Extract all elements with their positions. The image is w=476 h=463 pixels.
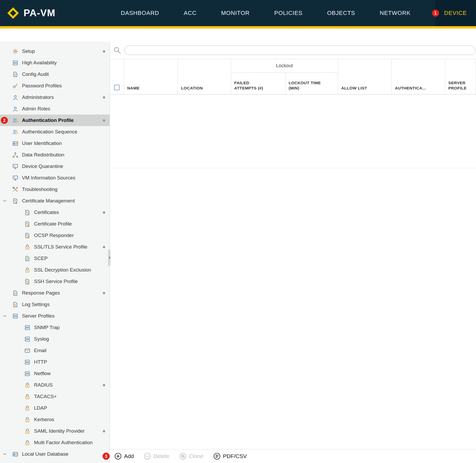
column-label: NAME [127,86,139,91]
status-dot [103,211,105,214]
sidebar-item-ssl-decryption-exclusion[interactable]: SSL Decryption Exclusion [0,264,110,276]
nav-item-network[interactable]: NETWORK [380,0,411,26]
sidebar-item-label: Certificate Profile [34,221,72,227]
sidebar-item-vm-information-sources[interactable]: VM Information Sources [0,172,110,184]
nav-item-objects[interactable]: OBJECTS [327,0,355,26]
sidebar-item-email[interactable]: Email [0,345,110,356]
sidebar-item-label: Server Profiles [22,313,55,319]
export-document-icon [213,453,221,460]
lock-icon [24,393,31,400]
sidebar-item-label: SCEP [34,256,48,261]
sidebar-item-multi-factor-authentication[interactable]: Multi Factor Authentication [0,437,110,448]
sidebar-item-syslog[interactable]: Syslog [0,333,110,345]
sidebar-item-ssh-service-profile[interactable]: SSH Service Profile [0,276,110,287]
sidebar-item-scep[interactable]: SCEP [0,253,110,264]
sidebar-item-authentication-sequence[interactable]: Authentication Sequence [0,126,110,138]
chevron-down-icon[interactable] [2,451,7,457]
id-card-icon [12,451,19,458]
sidebar-item-label: Certificates [34,210,59,215]
sidebar-item-saml-identity-provider[interactable]: SAML Identity Provider [0,425,110,437]
chevron-down-icon[interactable] [2,313,7,319]
nav-item-dashboard[interactable]: DASHBOARD [121,0,159,26]
sidebar-item-label: Local User Database [22,451,68,457]
sidebar-item-admin-roles[interactable]: Admin Roles [0,103,110,115]
accent-bar [0,26,476,29]
sidebar-item-administrators[interactable]: Administrators [0,92,110,103]
sidebar-item-setup[interactable]: Setup [0,46,110,57]
server-icon [24,336,31,342]
sidebar-item-local-user-database[interactable]: Local User Database [0,448,110,460]
sidebar-item-kerberos[interactable]: Kerberos [0,414,110,425]
sidebar-item-label: Data Redistribution [22,152,64,158]
add-button[interactable]: Add [114,453,134,460]
sidebar-item-http[interactable]: HTTP [0,356,110,368]
sidebar-item-snmp-trap[interactable]: SNMP Trap [0,322,110,333]
network-icon [12,152,19,158]
clone-button[interactable]: Clone [179,453,203,460]
column-header-authentication[interactable]: AUTHENTICA... [392,59,445,94]
server-icon [24,370,31,377]
annotation-badge-1: 1 [432,10,439,17]
sidebar-item-certificates[interactable]: Certificates [0,207,110,218]
sidebar-item-authentication-profile[interactable]: Authentication Profile2 [0,115,110,126]
status-dot [103,246,105,248]
sidebar-item-certificate-management[interactable]: Certificate Management [0,195,110,207]
sidebar-item-response-pages[interactable]: Response Pages [0,287,110,299]
sidebar-item-label: OCSP Responder [34,233,74,238]
chevron-down-icon[interactable] [2,198,7,204]
certificate-icon [24,209,31,216]
nav-item-policies[interactable]: POLICIES [274,0,303,26]
nav-item-device[interactable]: DEVICE1 [435,0,476,26]
status-dot [103,430,105,432]
delete-button[interactable]: Delete [144,453,169,460]
sidebar-item-ssl-tls-service-profile[interactable]: SSL/TLS Service Profile [0,241,110,253]
sidebar-item-high-availability[interactable]: High Availability [0,57,110,69]
sidebar-item-label: HTTP [34,359,47,365]
sidebar-item-netflow[interactable]: Netflow [0,368,110,379]
brand-logo: PA-VM [7,7,55,19]
column-header-lockout-time[interactable]: LOCKOUT TIME (MIN) [285,73,338,94]
search-input[interactable] [124,46,475,55]
sidebar-item-label: Device Quarantine [22,163,63,169]
column-header-allow-list[interactable]: ALLOW LIST [338,59,392,94]
sidebar-collapse-handle[interactable] [108,249,110,266]
nav-item-label: DEVICE [444,10,467,16]
nav-item-monitor[interactable]: MONITOR [221,0,250,26]
email-icon [24,347,31,354]
column-header-location[interactable]: LOCATION [178,59,231,94]
sidebar-item-ldap[interactable]: LDAP [0,402,110,414]
sidebar-item-device-quarantine[interactable]: Device Quarantine [0,161,110,172]
table-header: NAME LOCATION Lockout FAILED ATTEMPTS (#… [110,59,476,94]
sidebar-item-label: Password Profiles [22,83,62,89]
sidebar-item-password-profiles[interactable]: Password Profiles [0,80,110,92]
sidebar-item-label: Troubleshooting [22,187,58,192]
sidebar-item-label: Administrators [22,94,54,100]
sidebar-item-radius[interactable]: RADIUS [0,379,110,391]
column-header-server-profile[interactable]: SERVER PROFILE [445,59,476,94]
plus-circle-icon [114,453,122,460]
sidebar-item-user-identification[interactable]: User Identification [0,138,110,149]
nav-item-label: NETWORK [380,10,411,16]
nav-item-acc[interactable]: ACC [184,0,197,26]
sidebar-item-data-redistribution[interactable]: Data Redistribution [0,149,110,161]
select-all-checkbox[interactable] [114,85,120,90]
nav-item-label: MONITOR [221,10,250,16]
sidebar-item-label: Authentication Sequence [22,129,77,135]
sidebar-item-label: Kerberos [34,417,54,422]
server-icon [24,359,31,365]
sidebar-item-log-settings[interactable]: Log Settings [0,299,110,310]
document-icon [12,290,19,296]
sidebar-item-ocsp-responder[interactable]: OCSP Responder [0,230,110,241]
sidebar-item-label: SNMP Trap [34,325,60,330]
sidebar-item-tacacs[interactable]: TACACS+ [0,391,110,402]
sidebar-item-certificate-profile[interactable]: Certificate Profile [0,218,110,230]
sidebar-item-server-profiles[interactable]: Server Profiles [0,310,110,322]
column-header-name[interactable]: NAME [124,59,178,94]
lock-icon [24,267,31,273]
sidebar-item-config-audit[interactable]: Config Audit [0,69,110,80]
column-header-failed-attempts[interactable]: FAILED ATTEMPTS (#) [231,73,285,94]
column-label: SERVER PROFILE [448,80,473,91]
certificate-icon [24,221,31,227]
sidebar-item-troubleshooting[interactable]: Troubleshooting [0,184,110,195]
pdf-csv-button[interactable]: PDF/CSV [213,453,247,460]
